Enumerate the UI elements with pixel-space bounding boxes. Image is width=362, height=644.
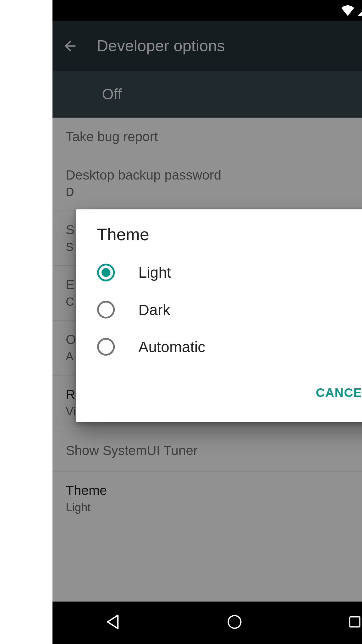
svg-rect-1	[350, 617, 360, 627]
theme-option-light[interactable]: Light	[75, 254, 362, 291]
option-label: Automatic	[138, 338, 205, 355]
square-recents-icon	[347, 614, 362, 630]
dialog-title: Theme	[75, 209, 362, 254]
radio-unchecked-icon	[97, 301, 114, 319]
option-label: Light	[138, 264, 171, 281]
theme-dialog: Theme Light Dark Automatic CANCEL	[75, 209, 362, 422]
wifi-icon	[341, 5, 354, 16]
cell-signal-icon	[357, 5, 362, 16]
nav-recents-button[interactable]	[347, 614, 362, 631]
radio-checked-icon	[97, 264, 114, 281]
nav-back-button[interactable]	[104, 613, 122, 633]
status-bar: 63 4:09	[52, 0, 362, 21]
theme-option-dark[interactable]: Dark	[75, 291, 362, 328]
option-label: Dark	[138, 301, 170, 318]
cancel-button[interactable]: CANCEL	[308, 380, 362, 406]
nav-home-button[interactable]	[226, 613, 243, 632]
theme-option-automatic[interactable]: Automatic	[75, 328, 362, 365]
svg-point-0	[228, 616, 241, 628]
triangle-back-icon	[104, 613, 122, 631]
circle-home-icon	[226, 613, 243, 630]
navigation-bar	[52, 602, 362, 644]
radio-unchecked-icon	[97, 338, 114, 356]
